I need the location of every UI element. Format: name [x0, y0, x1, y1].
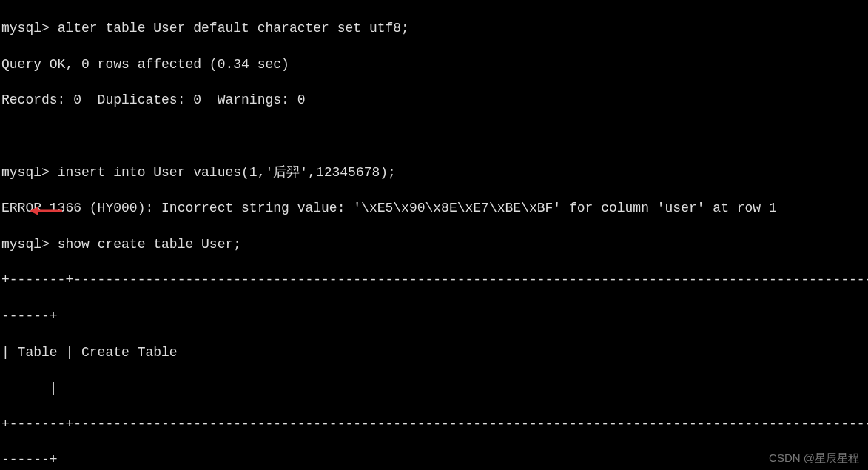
prompt: mysql> [1, 237, 50, 252]
separator-line: +-------+-------------------------------… [1, 415, 868, 433]
prompt: mysql> [1, 21, 50, 36]
blank-line [1, 127, 868, 145]
table-header-cont: | [1, 379, 868, 397]
command-text: alter table User default character set u… [58, 21, 409, 36]
terminal-output[interactable]: mysql> alter table User default characte… [0, 0, 868, 470]
separator-line: ------+ [1, 451, 868, 469]
output-line: mysql> show create table User; [1, 235, 868, 253]
watermark: CSDN @星辰星程 [769, 451, 859, 466]
separator-line: ------+ [1, 307, 868, 325]
output-line: Query OK, 0 rows affected (0.34 sec) [1, 56, 868, 73]
output-line: Records: 0 Duplicates: 0 Warnings: 0 [1, 91, 868, 109]
table-header: | Table | Create Table [1, 343, 868, 361]
error-text: ERROR 1366 (HY000): Incorrect string val… [1, 201, 777, 215]
prompt: mysql> [1, 165, 50, 180]
output-line: mysql> alter table User default characte… [1, 19, 868, 37]
separator-line: +-------+-------------------------------… [1, 271, 868, 289]
error-line: ERROR 1366 (HY000): Incorrect string val… [1, 199, 868, 217]
output-line: mysql> insert into User values(1,'后羿',12… [1, 164, 868, 181]
command-text: show create table User; [58, 237, 241, 252]
command-text: insert into User values(1,'后羿',12345678)… [58, 165, 396, 180]
